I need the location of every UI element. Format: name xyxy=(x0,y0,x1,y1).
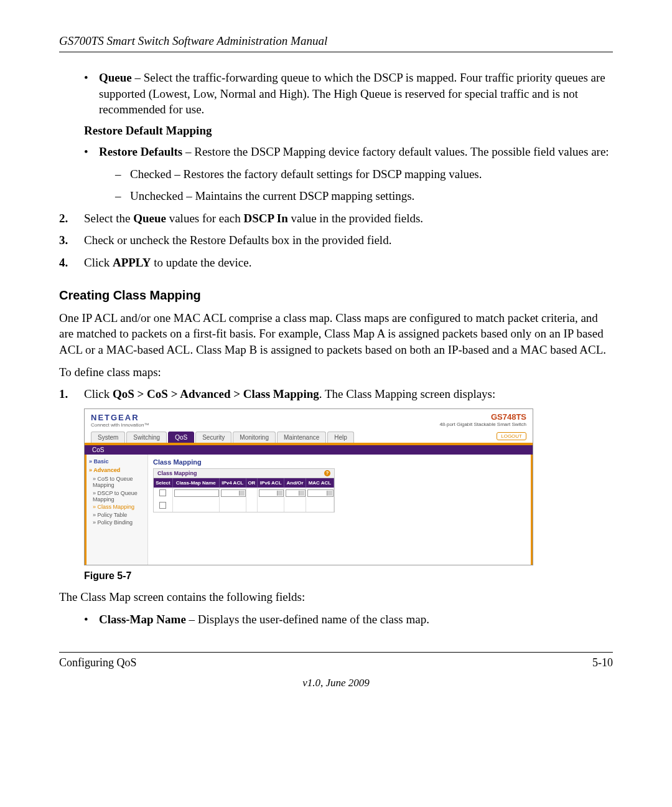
table-row xyxy=(154,500,334,512)
class-mapping-table: SelectClass-Map NameIPv4 ACLORIPv6 ACLAn… xyxy=(154,478,334,512)
footer-left: Configuring QoS xyxy=(59,656,137,669)
dash-checked: – Checked – Restores the factory default… xyxy=(115,166,613,182)
row-checkbox[interactable] xyxy=(159,489,166,496)
tab-maintenance[interactable]: Maintenance xyxy=(277,432,326,443)
restore-label: Restore Defaults xyxy=(99,145,182,158)
footer-center: v1.0, June 2009 xyxy=(59,677,613,689)
step2-text-a: Select the xyxy=(84,212,133,225)
tab-security[interactable]: Security xyxy=(195,432,231,443)
figure-caption: Figure 5-7 xyxy=(84,570,613,582)
to-define-text: To define class maps: xyxy=(59,364,613,380)
column-header: IPv6 ACL xyxy=(258,478,284,488)
step1-text-a: Click xyxy=(84,387,113,400)
column-header: Class-Map Name xyxy=(172,478,219,488)
unchecked-text: Unchecked – Maintains the current DSCP m… xyxy=(130,188,414,204)
tab-qos[interactable]: QoS xyxy=(168,432,194,443)
section-paragraph: One IP ACL and/or one MAC ACL comprise a… xyxy=(59,310,613,358)
figure-class-mapping-screenshot: NETGEAR Connect with Innovation™ GS748TS… xyxy=(84,408,533,565)
step-number: 4. xyxy=(59,255,84,271)
step-number: 2. xyxy=(59,210,84,227)
brand-logo: NETGEAR xyxy=(91,413,149,422)
logout-button[interactable]: LOGOUT xyxy=(497,432,526,440)
model-desc: 48-port Gigabit Stackable Smart Switch xyxy=(439,422,526,428)
dash-icon: – xyxy=(115,188,130,204)
dash-unchecked: – Unchecked – Maintains the current DSCP… xyxy=(115,188,613,204)
column-header: IPv4 ACL xyxy=(219,478,246,488)
brand-tagline: Connect with Innovation™ xyxy=(91,422,149,428)
header-rule xyxy=(59,52,613,52)
bullet-restore: • Restore Defaults – Restore the DSCP Ma… xyxy=(84,144,613,160)
section-heading-class-mapping: Creating Class Mapping xyxy=(59,288,613,303)
sidenav-section-basic[interactable]: » Basic xyxy=(89,458,145,465)
bullet-classmap-name: • Class-Map Name – Displays the user-def… xyxy=(84,611,613,628)
ipv6-acl-select[interactable] xyxy=(259,489,284,497)
queue-desc: – Select the traffic-forwarding queue to… xyxy=(99,71,605,116)
panel-box-title: Class Mapping xyxy=(157,470,197,476)
sidenav-item[interactable]: » Policy Table xyxy=(93,512,145,518)
side-nav: » Basic » Advanced » CoS to Queue Mappin… xyxy=(86,455,148,565)
step-4: 4. Click APPLY to update the device. xyxy=(59,255,613,271)
bullet-dot-icon: • xyxy=(84,144,99,160)
classmap-name-desc: – Displays the user-defined name of the … xyxy=(186,613,429,626)
content-title: Class Mapping xyxy=(153,458,526,466)
after-figure-text: The Class Map screen contains the follow… xyxy=(59,589,613,605)
subtab-cos[interactable]: CoS xyxy=(85,445,533,455)
step2-text-c: values for each xyxy=(166,212,244,225)
column-header: MAC ACL xyxy=(306,478,334,488)
step2-bold-queue: Queue xyxy=(133,212,166,225)
ipv4-acl-select[interactable] xyxy=(221,489,246,497)
mac-acl-select[interactable] xyxy=(307,489,334,497)
sidenav-item[interactable]: » Policy Binding xyxy=(93,519,145,526)
step4-bold-apply: APPLY xyxy=(113,256,151,269)
class-map-name-input[interactable] xyxy=(174,489,219,497)
sidenav-item[interactable]: » Class Mapping xyxy=(93,504,145,510)
step1-bold-path: QoS > CoS > Advanced > Class Mapping xyxy=(113,387,319,400)
step-1: 1. Click QoS > CoS > Advanced > Class Ma… xyxy=(59,386,613,402)
and-or-select[interactable] xyxy=(286,489,306,497)
step-number: 1. xyxy=(59,386,84,402)
document-header-title: GS700TS Smart Switch Software Administra… xyxy=(59,34,613,48)
column-header: OR xyxy=(246,478,257,488)
tab-bar: SystemSwitchingQoSSecurityMonitoringMain… xyxy=(85,432,533,445)
sidenav-section-advanced[interactable]: » Advanced xyxy=(89,467,145,473)
footer-rule xyxy=(59,652,613,653)
sidenav-basic-label: Basic xyxy=(94,458,109,465)
tab-help[interactable]: Help xyxy=(327,432,354,443)
sidenav-advanced-label: Advanced xyxy=(93,467,120,473)
row-checkbox[interactable] xyxy=(159,502,166,509)
column-header: Select xyxy=(154,478,172,488)
class-mapping-panel: Class Mapping ? SelectClass-Map NameIPv4… xyxy=(153,468,335,512)
step-number: 3. xyxy=(59,232,84,248)
bullet-dot-icon: • xyxy=(84,611,99,628)
step2-bold-dscp: DSCP In xyxy=(243,212,287,225)
bullet-dot-icon: • xyxy=(84,70,99,118)
tab-system[interactable]: System xyxy=(91,432,125,443)
checked-text: Checked – Restores the factory default s… xyxy=(130,166,482,182)
step3-text: Check or uncheck the Restore Defaults bo… xyxy=(84,232,391,248)
dash-icon: – xyxy=(115,166,130,182)
tab-monitoring[interactable]: Monitoring xyxy=(233,432,276,443)
sidenav-item[interactable]: » DSCP to Queue Mapping xyxy=(93,490,145,503)
bullet-queue: • Queue – Select the traffic-forwarding … xyxy=(84,70,613,118)
model-name: GS748TS xyxy=(439,413,526,422)
step4-text-a: Click xyxy=(84,256,113,269)
column-header: And/Or xyxy=(284,478,306,488)
classmap-name-label: Class-Map Name xyxy=(99,613,186,626)
tab-switching[interactable]: Switching xyxy=(126,432,167,443)
step-3: 3. Check or uncheck the Restore Defaults… xyxy=(59,232,613,248)
step-2: 2. Select the Queue values for each DSCP… xyxy=(59,210,613,227)
table-row xyxy=(154,488,334,500)
restore-heading: Restore Default Mapping xyxy=(84,124,613,138)
step4-text-c: to update the device. xyxy=(151,256,252,269)
step2-text-e: value in the provided fields. xyxy=(288,212,423,225)
step1-text-c: . The Class Mapping screen displays: xyxy=(319,387,496,400)
restore-desc: – Restore the DSCP Mapping device factor… xyxy=(182,145,609,158)
sidenav-item[interactable]: » CoS to Queue Mapping xyxy=(93,476,145,489)
queue-label: Queue xyxy=(99,71,132,84)
help-icon[interactable]: ? xyxy=(324,470,330,476)
footer-right: 5-10 xyxy=(592,656,613,669)
